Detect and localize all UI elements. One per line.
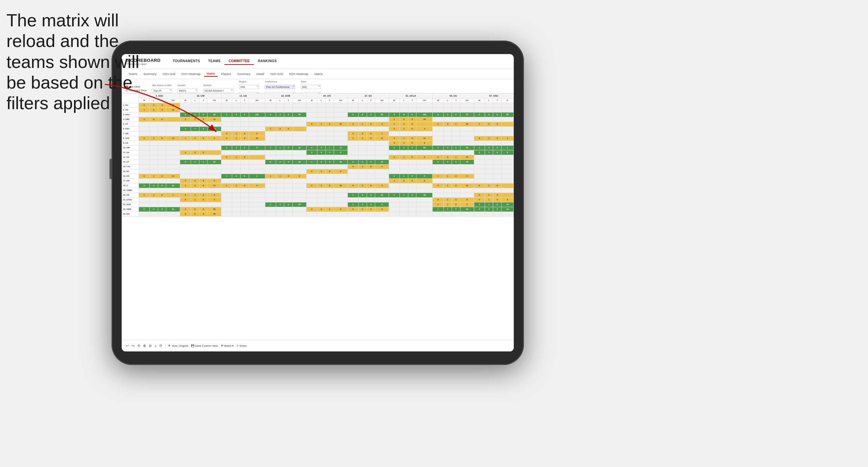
matrix-cell [326, 141, 334, 146]
matrix-cell: 0 [334, 150, 348, 155]
matrix-cell [293, 108, 307, 113]
nav-teams[interactable]: TEAMS [204, 58, 225, 65]
redo-icon[interactable]: ↪ [131, 344, 135, 348]
matrix-cell [150, 179, 158, 183]
matrix-cell [443, 165, 452, 169]
matrix-cell: 10 [334, 183, 348, 188]
matrix-cell [221, 212, 232, 217]
matrix-cell [443, 127, 452, 131]
matrix-cell: 2 [139, 174, 150, 179]
matrix-cell: 0 [208, 179, 221, 183]
matrix-cell [306, 113, 317, 117]
matrix-cell [265, 122, 276, 127]
matrix-cell [347, 179, 358, 183]
matrix-cell: 71 [334, 146, 348, 150]
matrix-cell: 160 [416, 113, 433, 117]
zoom-in-icon[interactable]: ⊕ [143, 344, 146, 348]
matrix-cell [485, 108, 493, 113]
matrix-cell [293, 183, 307, 188]
matrix-cell [408, 103, 416, 108]
matrix-cell: 0 [474, 202, 485, 207]
matrix-cell [452, 141, 460, 146]
matrix-cell [284, 198, 293, 202]
nav-committee[interactable]: COMMITTEE [224, 58, 254, 65]
refresh-icon[interactable]: ⟲ [137, 344, 140, 348]
matrix-cell: 30 [293, 160, 307, 165]
matrix-cell [358, 212, 367, 217]
matrix-cell [367, 169, 375, 174]
matrix-cell [276, 207, 284, 212]
matrix-cell: 0 [389, 155, 400, 160]
matrix-cell: 1 [375, 131, 389, 136]
matrix-cell: 1 [501, 136, 513, 141]
col-header-osu: 57. OSU [474, 94, 513, 98]
matrix-cell [317, 117, 326, 122]
matrix-cell [276, 103, 284, 108]
matrix-cell [443, 179, 452, 183]
zoom-out-icon[interactable]: ⊖ [149, 344, 152, 348]
row-label: 21. ETSU [122, 198, 139, 202]
matrix-cell: 0 [284, 202, 293, 207]
matrix-cell: 0 [367, 136, 375, 141]
table-row: 23. UNM2002102025001001001101604033 [122, 207, 514, 212]
subnav-h2h-grid2[interactable]: H2H Grid [268, 72, 286, 76]
matrix-cell [180, 155, 191, 160]
matrix-cell [265, 179, 276, 183]
matrix-cell [317, 113, 326, 117]
matrix-cell [276, 212, 284, 217]
matrix-cell [276, 183, 284, 188]
matrix-cell: 25 [293, 202, 307, 207]
watch-btn[interactable]: 👁 Watch ▾ [221, 344, 234, 347]
save-custom-btn[interactable]: 💾 Save Custom View [191, 344, 218, 347]
matrix-cell [400, 169, 408, 174]
matrix-cell [389, 108, 400, 113]
matrix-cell: 19 [460, 160, 474, 165]
matrix-cell: 0 [367, 193, 375, 198]
matrix-cell: 0 [208, 198, 221, 202]
matrix-cell [326, 155, 334, 160]
reload-icon[interactable]: ⟳ [159, 344, 162, 348]
nav-tournaments[interactable]: TOURNAMENTS [169, 58, 204, 65]
add-icon[interactable]: + [154, 344, 156, 348]
matrix-cell [150, 169, 158, 174]
matrix-cell [433, 141, 443, 146]
matrix-cell [347, 174, 358, 179]
matrix-cell [199, 155, 208, 160]
undo-icon[interactable]: ↩ [126, 344, 129, 348]
matrix-cell: 1 [191, 193, 199, 198]
matrix-cell [306, 136, 317, 141]
subcol-ucb-t: T [284, 98, 293, 103]
subnav-h2h-heatmap2[interactable]: H2H Heatmap [286, 72, 311, 76]
matrix-cell: 1 [180, 150, 191, 155]
matrix-cell: 0 [191, 150, 199, 155]
matrix-cell: 15 [460, 155, 474, 160]
subnav-matrix2[interactable]: Matrix [312, 72, 326, 76]
matrix-cell [166, 169, 180, 174]
matrix-cell [400, 150, 408, 155]
col-header-uu: 54. UU [433, 94, 474, 98]
subcol-uu-l: L [443, 98, 452, 103]
team-select[interactable]: (All) [300, 85, 321, 89]
view-original-btn[interactable]: 👁 View: Original [168, 344, 188, 347]
matrix-cell [232, 202, 241, 207]
matrix-cell: 83 [460, 113, 474, 117]
matrix-cell [293, 212, 307, 217]
matrix-cell: 0 [493, 202, 502, 207]
share-btn[interactable]: ⇗ Share [236, 344, 247, 347]
matrix-cell [485, 165, 493, 169]
matrix-cell [158, 169, 166, 174]
matrix-cell [326, 108, 334, 113]
conference-select[interactable]: Pac-12 Conference (All) ACC SEC [265, 85, 295, 89]
matrix-cell: 4 [375, 165, 389, 169]
matrix-cell [317, 188, 326, 193]
matrix-cell [460, 117, 474, 122]
matrix-cell [347, 150, 358, 155]
matrix-cell [293, 103, 307, 108]
matrix-cell [493, 141, 502, 146]
subnav-detail[interactable]: Detail [254, 72, 267, 76]
nav-rankings[interactable]: RANKINGS [254, 58, 281, 65]
matrix-cell [317, 198, 326, 202]
matrix-cell: 0 [400, 146, 408, 150]
matrix-cell: 0 [317, 150, 326, 155]
matrix-cell [221, 165, 232, 169]
